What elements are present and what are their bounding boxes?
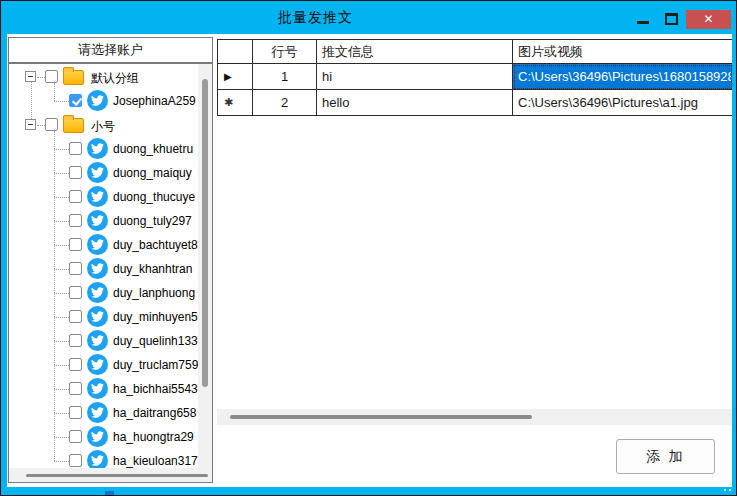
tree-item-label[interactable]: duy_minhuyen5 <box>113 310 198 324</box>
twitter-icon <box>87 90 108 111</box>
tree-connector <box>54 101 69 102</box>
tree-account-item[interactable]: duy_lanphuong <box>9 281 198 305</box>
twitter-icon <box>87 402 108 423</box>
tweet-table: 行号 推文信息 图片或视频 ▶ 1 hi C:\Users\36496\Pict… <box>217 39 732 116</box>
tree-item-label[interactable]: duy_bachtuyet8 <box>113 238 198 252</box>
tree-horizontal-scrollbar[interactable] <box>9 468 212 482</box>
account-checkbox[interactable] <box>69 142 82 155</box>
cell-rowno[interactable]: 2 <box>253 90 317 116</box>
tree-item-label[interactable]: ha_kieuloan317 <box>113 454 198 468</box>
new-row-indicator[interactable]: ✱ <box>218 90 253 116</box>
tree-account-item[interactable]: duong_tuly297 <box>9 209 198 233</box>
grid-header-tweet[interactable]: 推文信息 <box>317 40 513 64</box>
account-checkbox[interactable] <box>69 214 82 227</box>
account-checkbox[interactable] <box>69 358 82 371</box>
tree-vertical-scrollbar-thumb[interactable] <box>202 79 208 387</box>
account-checkbox[interactable] <box>69 238 82 251</box>
tree-account-item[interactable]: duy_minhuyen5 <box>9 305 198 329</box>
tree-connector <box>54 317 69 318</box>
tree-account-item[interactable]: duy_quelinh133 <box>9 329 198 353</box>
folder-icon <box>63 118 84 133</box>
tree-connector <box>54 341 69 342</box>
twitter-icon <box>87 210 108 231</box>
tree-horizontal-scrollbar-thumb[interactable] <box>26 474 208 477</box>
close-button[interactable]: ✕ <box>686 10 731 29</box>
tree-item-label[interactable]: JosephinaA259 <box>113 94 196 108</box>
tree-rows: 默认分组JosephinaA259小号duong_khuetruduong_ma… <box>9 64 198 468</box>
tree-account-item[interactable]: duong_thucuye <box>9 185 198 209</box>
account-checkbox[interactable] <box>69 430 82 443</box>
tree-connector <box>54 293 69 294</box>
tree-account-item[interactable]: duong_khuetru <box>9 137 198 161</box>
tree-item-label[interactable]: ha_daitrang658 <box>113 406 196 420</box>
add-button[interactable]: 添 加 <box>616 439 715 474</box>
account-checkbox[interactable] <box>69 166 82 179</box>
titlebar: 批量发推文 ✕ <box>1 1 736 34</box>
expand-toggle-icon[interactable] <box>25 71 36 82</box>
tree-connector <box>54 413 69 414</box>
account-checkbox[interactable] <box>69 310 82 323</box>
cell-media[interactable]: C:\Users\36496\Pictures\a1.jpg <box>513 90 732 116</box>
tree-account-item[interactable]: duong_maiquy <box>9 161 198 185</box>
account-checkbox[interactable] <box>69 382 82 395</box>
twitter-icon <box>87 138 108 159</box>
twitter-icon <box>87 306 108 327</box>
tree-connector <box>54 389 69 390</box>
tree-item-label[interactable]: ha_huongtra29 <box>113 430 194 444</box>
tree-account-item[interactable]: ha_kieuloan317 <box>9 449 198 468</box>
tree-item-label[interactable]: ha_bichhai5543 <box>113 382 198 396</box>
tree-connector <box>54 269 69 270</box>
account-checkbox[interactable] <box>69 262 82 275</box>
tree-item-label[interactable]: duong_khuetru <box>113 142 193 156</box>
minimize-icon[interactable] <box>637 21 649 24</box>
tree-account-item[interactable]: JosephinaA259 <box>9 89 198 113</box>
tree-item-label[interactable]: duong_maiquy <box>113 166 192 180</box>
tree-connector <box>54 197 69 198</box>
cell-tweet[interactable]: hello <box>317 90 513 116</box>
account-checkbox[interactable] <box>69 94 82 107</box>
tree-account-item[interactable]: duy_truclam759 <box>9 353 198 377</box>
grid-horizontal-scrollbar-thumb[interactable] <box>230 415 532 419</box>
grid-header-row: 行号 推文信息 图片或视频 <box>218 40 732 64</box>
twitter-icon <box>87 282 108 303</box>
grid-header-rowno[interactable]: 行号 <box>253 40 317 64</box>
twitter-icon <box>87 258 108 279</box>
tree-item-label[interactable]: 小号 <box>91 118 115 135</box>
taskbar-peek-artifact <box>105 491 114 496</box>
expand-toggle-icon[interactable] <box>25 119 36 130</box>
current-row-indicator[interactable]: ▶ <box>218 64 253 90</box>
tree-item-label[interactable]: duy_lanphuong <box>113 286 195 300</box>
account-checkbox[interactable] <box>69 190 82 203</box>
tree-item-label[interactable]: duy_truclam759 <box>113 358 198 372</box>
maximize-icon[interactable] <box>665 13 678 25</box>
account-checkbox[interactable] <box>69 334 82 347</box>
grid-header-media[interactable]: 图片或视频 <box>513 40 732 64</box>
tree-account-item[interactable]: duy_khanhtran <box>9 257 198 281</box>
account-checkbox[interactable] <box>69 406 82 419</box>
account-checkbox[interactable] <box>69 286 82 299</box>
cell-media-selected[interactable]: C:\Users\36496\Pictures\16801589281 <box>513 64 732 90</box>
tree-item-label[interactable]: duy_quelinh133 <box>113 334 198 348</box>
tree-connector <box>54 149 69 150</box>
tree-item-label[interactable]: duong_thucuye <box>113 190 195 204</box>
tree-account-item[interactable]: ha_bichhai5543 <box>9 377 198 401</box>
tree-item-label[interactable]: duong_tuly297 <box>113 214 192 228</box>
tree-connector <box>37 77 45 78</box>
account-checkbox[interactable] <box>69 454 82 467</box>
tree-vertical-scrollbar[interactable] <box>198 64 212 468</box>
tree-group-item[interactable]: 默认分组 <box>9 65 198 89</box>
cell-rowno[interactable]: 1 <box>253 64 317 90</box>
group-checkbox[interactable] <box>45 118 58 131</box>
tree-account-item[interactable]: ha_huongtra29 <box>9 425 198 449</box>
tree-account-item[interactable]: duy_bachtuyet8 <box>9 233 198 257</box>
resize-grip[interactable] <box>729 489 731 491</box>
folder-icon <box>63 70 84 85</box>
tree-item-label[interactable]: duy_khanhtran <box>113 262 192 276</box>
twitter-icon <box>87 186 108 207</box>
tree-item-label[interactable]: 默认分组 <box>91 70 139 87</box>
group-checkbox[interactable] <box>45 70 58 83</box>
cell-tweet[interactable]: hi <box>317 64 513 90</box>
tree-account-item[interactable]: ha_daitrang658 <box>9 401 198 425</box>
grid-horizontal-scrollbar[interactable] <box>217 409 732 425</box>
tree-group-item[interactable]: 小号 <box>9 113 198 137</box>
